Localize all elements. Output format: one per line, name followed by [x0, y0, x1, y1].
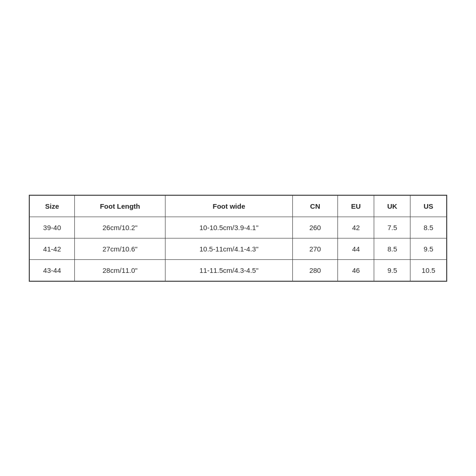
cell-us: 10.5	[410, 259, 447, 281]
cell-foot-wide: 10.5-11cm/4.1-4.3"	[165, 238, 292, 259]
size-chart-table: Size Foot Length Foot wide CN EU UK US 3…	[29, 195, 447, 282]
cell-size: 43-44	[29, 259, 75, 281]
table-row: 39-4026cm/10.2"10-10.5cm/3.9-4.1"260427.…	[29, 217, 447, 238]
cell-foot-length: 28cm/11.0"	[75, 259, 165, 281]
cell-foot-wide: 10-10.5cm/3.9-4.1"	[165, 217, 292, 238]
header-us: US	[410, 195, 447, 217]
cell-foot-length: 27cm/10.6"	[75, 238, 165, 259]
table-row: 43-4428cm/11.0"11-11.5cm/4.3-4.5"280469.…	[29, 259, 447, 281]
cell-eu: 44	[338, 238, 374, 259]
cell-us: 9.5	[410, 238, 447, 259]
cell-uk: 7.5	[374, 217, 410, 238]
cell-eu: 46	[338, 259, 374, 281]
table-row: 41-4227cm/10.6"10.5-11cm/4.1-4.3"270448.…	[29, 238, 447, 259]
header-uk: UK	[374, 195, 410, 217]
cell-us: 8.5	[410, 217, 447, 238]
cell-cn: 260	[292, 217, 338, 238]
header-size: Size	[29, 195, 75, 217]
cell-eu: 42	[338, 217, 374, 238]
header-cn: CN	[292, 195, 338, 217]
table-header-row: Size Foot Length Foot wide CN EU UK US	[29, 195, 447, 217]
header-eu: EU	[338, 195, 374, 217]
cell-foot-length: 26cm/10.2"	[75, 217, 165, 238]
cell-size: 39-40	[29, 217, 75, 238]
cell-size: 41-42	[29, 238, 75, 259]
cell-cn: 270	[292, 238, 338, 259]
cell-cn: 280	[292, 259, 338, 281]
cell-uk: 8.5	[374, 238, 410, 259]
size-chart-container: Size Foot Length Foot wide CN EU UK US 3…	[29, 195, 447, 282]
cell-uk: 9.5	[374, 259, 410, 281]
header-foot-wide: Foot wide	[165, 195, 292, 217]
cell-foot-wide: 11-11.5cm/4.3-4.5"	[165, 259, 292, 281]
header-foot-length: Foot Length	[75, 195, 165, 217]
